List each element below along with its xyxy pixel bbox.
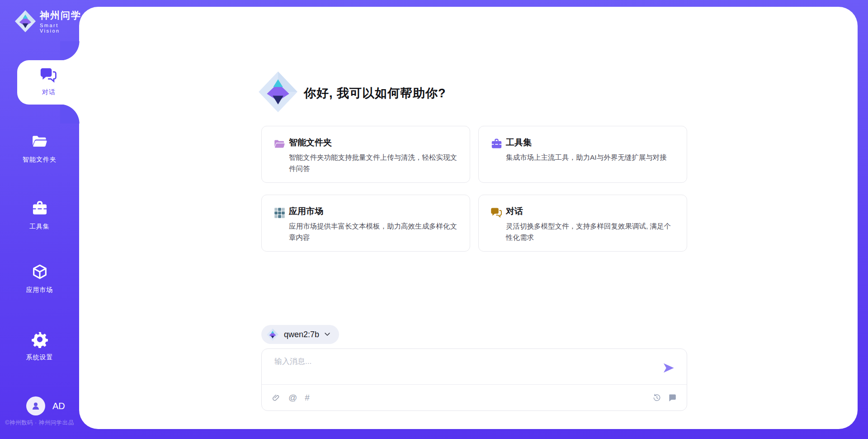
hashtag-icon[interactable]: # [305, 393, 310, 402]
composer-right-tools [652, 393, 677, 402]
user-profile[interactable]: AD [26, 396, 65, 415]
card-toolset[interactable]: 工具集 集成市场上主流工具，助力AI与外界无缝扩展与对接 [478, 126, 687, 183]
composer-toolbar: @ # [262, 384, 687, 410]
greeting-title: 你好, 我可以如何帮助你? [304, 85, 446, 101]
sidebar: 神州问学 Smart Vision 对话 智能文件夹 工具集 应用市场 系统设置 [0, 0, 79, 439]
message-input[interactable] [274, 356, 645, 382]
card-title: 智能文件夹 [289, 137, 332, 148]
card-app-market[interactable]: 应用市场 应用市场提供丰富长文本模板，助力高效生成多样化文章内容 [261, 195, 470, 252]
sidebar-item-toolset[interactable]: 工具集 [0, 200, 79, 231]
sidebar-item-label: 工具集 [0, 223, 79, 231]
active-tab-curve-top [60, 41, 80, 61]
composer-left-tools: @ # [272, 393, 310, 402]
sidebar-item-market[interactable]: 应用市场 [0, 263, 79, 294]
message-composer: @ # [261, 348, 687, 411]
sidebar-item-label: 应用市场 [0, 286, 79, 294]
hero-diamond-icon [259, 72, 297, 112]
brand-title: 神州问学 [40, 9, 81, 22]
card-description: 智能文件夹功能支持批量文件上传与清洗，轻松实现文件问答 [289, 152, 460, 174]
card-chat[interactable]: 对话 灵活切换多模型文件，支持多样回复效果调试, 满足个性化需求 [478, 195, 687, 252]
sidebar-item-chat[interactable]: 对话 [17, 60, 80, 105]
person-icon [30, 401, 41, 411]
cube-icon [31, 263, 48, 281]
active-tab-curve-bottom [60, 104, 80, 124]
chat-icon [40, 67, 58, 85]
brand-subtitle: Smart Vision [40, 23, 81, 33]
briefcase-icon [491, 138, 503, 150]
model-name: qwen2:7b [284, 330, 319, 339]
card-title: 对话 [506, 205, 523, 217]
chevron-down-icon [324, 331, 331, 338]
grid-icon [274, 207, 286, 219]
send-icon[interactable] [662, 362, 675, 374]
gear-icon [31, 331, 48, 348]
sidebar-item-label: 智能文件夹 [0, 156, 79, 164]
card-description: 灵活切换多模型文件，支持多样回复效果调试, 满足个性化需求 [506, 220, 677, 243]
card-description: 应用市场提供丰富长文本模板，助力高效生成多样化文章内容 [289, 220, 460, 243]
card-description: 集成市场上主流工具，助力AI与外界无缝扩展与对接 [506, 152, 677, 163]
chat-bubbles-icon [491, 207, 503, 219]
brand-logo: 神州问学 Smart Vision [15, 9, 81, 33]
avatar [26, 396, 45, 415]
mention-icon[interactable]: @ [288, 393, 297, 402]
sidebar-item-settings[interactable]: 系统设置 [0, 331, 79, 362]
folder-open-icon [274, 138, 286, 150]
user-name: AD [52, 401, 65, 411]
model-diamond-icon [267, 329, 278, 341]
sidebar-item-label: 对话 [17, 88, 80, 96]
copyright-footer: ©神州数码 · 神州问学出品 [0, 419, 79, 427]
card-smart-folders[interactable]: 智能文件夹 智能文件夹功能支持批量文件上传与清洗，轻松实现文件问答 [261, 126, 470, 183]
chat-bubble-icon[interactable] [668, 393, 677, 402]
folder-icon [31, 133, 48, 150]
app-window: 神州问学 Smart Vision 对话 智能文件夹 工具集 应用市场 系统设置 [0, 0, 868, 439]
brand-diamond-icon [15, 10, 36, 33]
sidebar-item-folders[interactable]: 智能文件夹 [0, 133, 79, 164]
sidebar-item-label: 系统设置 [0, 353, 79, 362]
attach-file-icon[interactable] [272, 393, 281, 402]
card-title: 工具集 [506, 137, 532, 148]
card-title: 应用市场 [289, 205, 323, 217]
model-selector[interactable]: qwen2:7b [261, 325, 339, 344]
briefcase-icon [31, 200, 48, 217]
history-icon[interactable] [652, 393, 661, 402]
